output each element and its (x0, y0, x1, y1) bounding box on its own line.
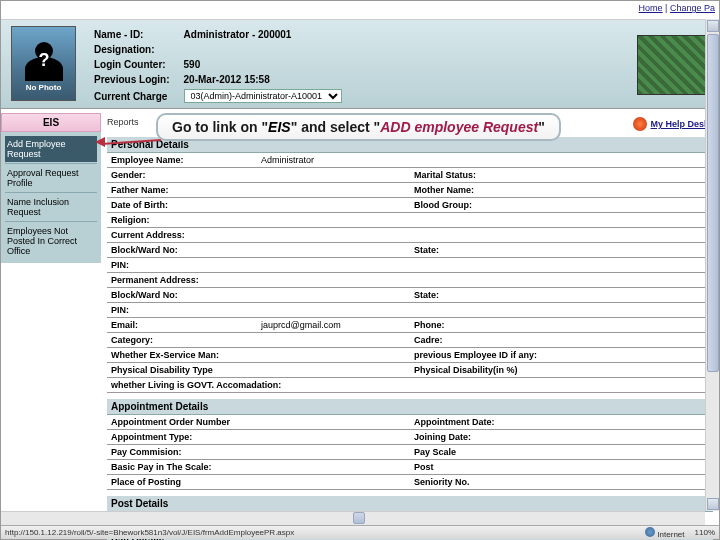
field-value (257, 447, 265, 457)
header-info: Name - ID:Administrator - 200001 Designa… (86, 20, 637, 108)
field-label: Whether Ex-Service Man: (107, 350, 257, 360)
hdr-name-label: Name - ID: (88, 28, 176, 41)
field-label: Date of Birth: (107, 200, 257, 210)
scroll-down-button[interactable] (707, 498, 719, 510)
form-row: Block/Ward No:State: (107, 288, 713, 303)
form-row: Place of PostingSeniority No. (107, 475, 713, 490)
field-label: Seniority No. (410, 477, 560, 487)
form-row: Physical Disability TypePhysical Disabil… (107, 363, 713, 378)
tab-eis[interactable]: EIS (1, 113, 101, 132)
field-value (257, 432, 265, 442)
field-label: Phone: (410, 320, 560, 330)
field-label: Post (410, 462, 560, 472)
field-value (285, 380, 293, 390)
field-label: Marital Status: (410, 170, 560, 180)
form-row: PIN: (107, 303, 713, 318)
form-row: Email:jauprcd@gmail.comPhone: (107, 318, 713, 333)
form-row: Permanent Address: (107, 273, 713, 288)
field-value (560, 447, 568, 457)
status-net: Internet (657, 530, 684, 539)
field-value (257, 170, 265, 180)
tab-reports[interactable]: Reports (107, 117, 139, 127)
hscroll-thumb[interactable] (353, 512, 365, 524)
field-label: Religion: (107, 215, 257, 225)
field-label: Mother Name: (410, 185, 560, 195)
help-icon (633, 117, 647, 131)
field-label: State: (410, 245, 560, 255)
content: Reports My Help Desk Personal Details Em… (101, 113, 719, 505)
field-label: Block/Ward No: (107, 290, 257, 300)
field-label: Physical Disability Type (107, 365, 257, 375)
internet-icon (645, 527, 655, 537)
scroll-up-button[interactable] (707, 20, 719, 32)
field-value (257, 200, 265, 210)
field-value: jauprcd@gmail.com (257, 320, 345, 330)
form-row: Gender:Marital Status: (107, 168, 713, 183)
hdr-name-value: Administrator - 200001 (178, 28, 348, 41)
field-value (560, 185, 568, 195)
form-row: Current Address: (107, 228, 713, 243)
sidebar-item-name-inclusion[interactable]: Name Inclusion Request (5, 194, 97, 220)
field-label: Permanent Address: (107, 275, 257, 285)
field-value (257, 350, 265, 360)
side-menu: Add Employee Request Approval Request Pr… (1, 132, 101, 263)
no-photo-label: No Photo (26, 83, 62, 92)
header-image (637, 35, 707, 95)
callout-arrow (101, 141, 161, 143)
current-charge-select[interactable]: 03(Admin)-Administrator-A10001 (184, 89, 342, 103)
change-link[interactable]: Change Pa (670, 3, 715, 13)
field-value (257, 230, 265, 240)
sidebar-item-add-employee[interactable]: Add Employee Request (5, 136, 97, 162)
form-row: Block/Ward No:State: (107, 243, 713, 258)
vertical-scrollbar[interactable] (705, 19, 719, 511)
field-label: Block/Ward No: (107, 245, 257, 255)
field-label: Pay Scale (410, 447, 560, 457)
horizontal-scrollbar[interactable] (1, 511, 705, 525)
field-value (560, 365, 568, 375)
field-label: Appointment Date: (410, 417, 560, 427)
scroll-thumb[interactable] (707, 34, 719, 372)
field-value (257, 290, 265, 300)
form-row: Appointment Order NumberAppointment Date… (107, 415, 713, 430)
hdr-charge-label: Current Charge (88, 88, 176, 104)
status-bar: http://150.1.12.219/roll/5/-site=Bhework… (1, 525, 719, 539)
field-value (257, 462, 265, 472)
field-value (560, 200, 568, 210)
field-label: Gender: (107, 170, 257, 180)
hdr-counter-value: 590 (178, 58, 348, 71)
field-value (560, 170, 568, 180)
user-photo: ? No Photo (11, 26, 76, 101)
field-value (560, 245, 568, 255)
field-label: Place of Posting (107, 477, 257, 487)
field-value (257, 260, 265, 270)
form-row: Category:Cadre: (107, 333, 713, 348)
sidebar-item-approval[interactable]: Approval Request Profile (5, 165, 97, 191)
sidebar-item-not-posted[interactable]: Employees Not Posted In Correct Office (5, 223, 97, 259)
form-row: Religion: (107, 213, 713, 228)
form-row: PIN: (107, 258, 713, 273)
field-value (257, 215, 265, 225)
instruction-callout: Go to link on "EIS" and select "ADD empl… (156, 113, 561, 141)
silhouette-icon: ? (24, 36, 64, 81)
field-label: Current Address: (107, 230, 257, 240)
field-label: whether Living is GOVT. Accomadation: (107, 380, 285, 390)
field-value (257, 417, 265, 427)
home-link[interactable]: Home (639, 3, 663, 13)
field-label: Appointment Order Number (107, 417, 257, 427)
field-label: previous Employee ID if any: (410, 350, 560, 360)
field-label: Pay Commision: (107, 447, 257, 457)
help-desk-link[interactable]: My Help Desk (633, 117, 709, 131)
hdr-prevlogin-label: Previous Login: (88, 73, 176, 86)
field-label: Basic Pay in The Scale: (107, 462, 257, 472)
field-label: State: (410, 290, 560, 300)
form-row: Whether Ex-Service Man:previous Employee… (107, 348, 713, 363)
field-value (560, 462, 568, 472)
form-row: Basic Pay in The Scale:Post (107, 460, 713, 475)
form-row: whether Living is GOVT. Accomadation: (107, 378, 713, 393)
section-appointment: Appointment Details (107, 399, 713, 415)
field-label: Appointment Type: (107, 432, 257, 442)
form-row: Appointment Type:Joining Date: (107, 430, 713, 445)
hdr-desig-label: Designation: (88, 43, 176, 56)
form-row: Pay Commision:Pay Scale (107, 445, 713, 460)
field-value (257, 335, 265, 345)
